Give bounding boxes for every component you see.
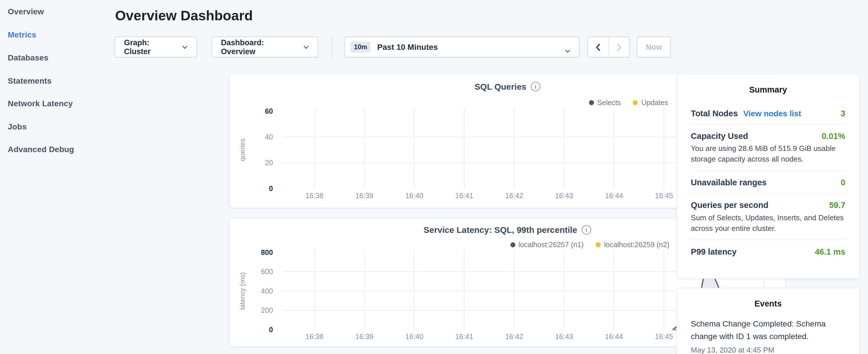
summary-panel: Summary Total Nodes View nodes list 3 Ca… <box>677 74 860 279</box>
toolbar: Graph: Cluster Dashboard: Overview 10m P… <box>115 36 671 57</box>
summary-row-unavailable-ranges: Unavailable ranges 0 <box>691 170 845 193</box>
sidebar-item-overview[interactable]: Overview <box>0 1 111 24</box>
sidebar: Overview Metrics Databases Statements Ne… <box>0 0 111 354</box>
page-title: Overview Dashboard <box>115 8 671 24</box>
event-message: Schema Change Completed: Schema change w… <box>691 318 845 343</box>
chevron-left-icon <box>595 43 600 51</box>
x-tick-label: 16:45 <box>655 192 673 200</box>
x-tick-label: 16:44 <box>605 192 623 200</box>
x-tick-label: 16:44 <box>605 332 623 341</box>
chevron-down-icon <box>182 45 188 49</box>
summary-value: 59.7 <box>829 200 845 210</box>
x-tick-label: 16:41 <box>455 332 473 341</box>
sidebar-item-jobs[interactable]: Jobs <box>0 116 111 138</box>
time-step-buttons <box>587 36 630 57</box>
summary-value: 0.01% <box>822 131 845 141</box>
x-tick-label: 16:38 <box>306 192 323 200</box>
summary-label: Queries per second <box>691 200 769 210</box>
y-tick-label: 600 <box>261 267 273 276</box>
y-tick-label: 0 <box>269 326 273 334</box>
x-tick-label: 16:41 <box>455 192 473 200</box>
summary-label: Unavailable ranges <box>691 178 767 187</box>
summary-label: Total Nodes <box>691 108 738 118</box>
time-range-badge: 10m <box>350 41 371 53</box>
y-tick-label: 40 <box>265 133 273 141</box>
time-range-dropdown[interactable]: 10m Past 10 Minutes <box>344 36 580 57</box>
x-tick-label: 16:38 <box>306 332 323 341</box>
y-axis-label: queries <box>239 139 246 161</box>
time-range-label: Past 10 Minutes <box>377 43 438 52</box>
now-button[interactable]: Now <box>637 36 671 57</box>
summary-value: 46.1 ms <box>815 247 845 256</box>
dashboard-dropdown-label: Dashboard: Overview <box>221 38 297 56</box>
summary-title: Summary <box>691 85 845 94</box>
sidebar-item-metrics[interactable]: Metrics <box>0 24 111 46</box>
events-panel: Events Schema Change Completed: Schema c… <box>677 288 860 354</box>
next-time-button[interactable] <box>608 37 629 57</box>
x-tick-label: 16:39 <box>355 192 373 200</box>
toolbar-divider <box>332 36 333 57</box>
chevron-down-icon <box>304 45 309 49</box>
chevron-down-icon <box>564 46 570 55</box>
graph-scope-label: Graph: Cluster <box>124 38 176 56</box>
now-button-label: Now <box>646 43 662 52</box>
chevron-right-icon <box>617 43 622 51</box>
events-title: Events <box>691 299 845 308</box>
main-content: Overview Dashboard Graph: Cluster Dashbo… <box>115 0 671 24</box>
summary-row-capacity-used: Capacity Used 0.01% You are using 28.6 M… <box>691 124 845 170</box>
summary-row-queries-per-second: Queries per second 59.7 Sum of Selects, … <box>691 193 845 239</box>
summary-description: Sum of Selects, Updates, Inserts, and De… <box>691 213 845 233</box>
sidebar-item-databases[interactable]: Databases <box>0 46 111 69</box>
x-tick-label: 16:40 <box>405 192 423 200</box>
previous-time-button[interactable] <box>588 37 608 57</box>
app-viewport: Overview Metrics Databases Statements Ne… <box>0 0 868 354</box>
x-tick-label: 16:42 <box>505 332 523 341</box>
summary-value: 0 <box>841 178 845 187</box>
x-tick-label: 16:43 <box>555 192 573 200</box>
sidebar-item-advanced-debug[interactable]: Advanced Debug <box>0 138 111 161</box>
sidebar-item-statements[interactable]: Statements <box>0 69 111 92</box>
y-axis-label: latency (ms) <box>239 272 246 310</box>
y-tick-label: 400 <box>261 287 273 295</box>
x-tick-label: 16:39 <box>355 332 373 341</box>
summary-row-p99-latency: P99 latency 46.1 ms <box>691 239 845 262</box>
x-tick-label: 16:40 <box>405 332 423 341</box>
sidebar-item-network-latency[interactable]: Network Latency <box>0 93 111 116</box>
view-nodes-list-link[interactable]: View nodes list <box>743 109 801 118</box>
summary-value: 3 <box>841 108 845 118</box>
summary-label: P99 latency <box>691 247 737 256</box>
x-tick-label: 16:42 <box>505 192 523 200</box>
dashboard-dropdown[interactable]: Dashboard: Overview <box>212 36 318 57</box>
x-tick-label: 16:45 <box>655 332 673 341</box>
graph-scope-dropdown[interactable]: Graph: Cluster <box>115 36 197 57</box>
summary-rows: Total Nodes View nodes list 3 Capacity U… <box>691 102 845 262</box>
x-tick-label: 16:43 <box>555 332 573 341</box>
y-tick-label: 800 <box>261 248 273 256</box>
y-tick-label: 20 <box>265 159 273 167</box>
y-tick-label: 0 <box>269 185 273 192</box>
y-tick-label: 60 <box>265 107 273 115</box>
event-timestamp: May 13, 2020 at 4:45 PM <box>691 346 845 354</box>
summary-description: You are using 28.6 MiB of 515.9 GiB usab… <box>691 143 845 164</box>
summary-row-total-nodes: Total Nodes View nodes list 3 <box>691 102 845 124</box>
summary-label: Capacity Used <box>691 131 748 141</box>
y-tick-label: 200 <box>261 306 273 314</box>
